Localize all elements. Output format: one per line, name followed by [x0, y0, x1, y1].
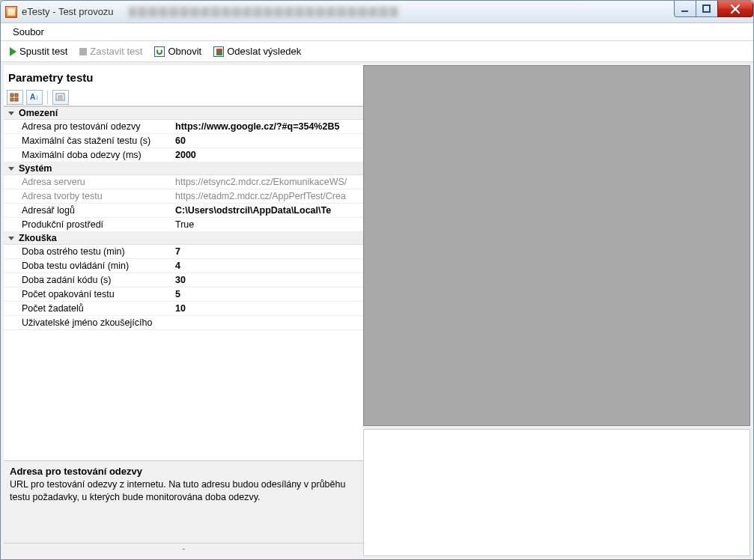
prop-pocet-opak[interactable]: Počet opakování testu 5 — [4, 287, 363, 302]
property-grid[interactable]: Omezení Adresa pro testování odezvy http… — [4, 106, 363, 460]
chevron-down-icon — [8, 167, 14, 171]
toolbar: Spustit test Zastavit test Obnovit Odesl… — [1, 41, 753, 62]
description-body: URL pro testování odezvy z internetu. Na… — [10, 478, 357, 504]
label: Produkční prostředí — [4, 218, 172, 231]
prop-adresa-tvorby[interactable]: Adresa tvorby testu https://etadm2.mdcr.… — [4, 189, 363, 204]
label: Počet opakování testu — [4, 287, 172, 301]
label: Doba ostrého testu (min) — [4, 245, 172, 258]
label: Adresa serveru — [4, 175, 172, 189]
prop-doba-ovladani[interactable]: Doba testu ovládání (min) 4 — [4, 259, 363, 273]
label: Doba zadání kódu (s) — [4, 273, 172, 287]
toolbar-separator — [47, 91, 48, 104]
label: Maximální čas stažení testu (s) — [4, 134, 172, 147]
prop-max-cas[interactable]: Maximální čas stažení testu (s) 60 — [4, 134, 363, 148]
menu-bar: Soubor — [1, 23, 753, 41]
label: Doba testu ovládání (min) — [4, 259, 172, 273]
start-test-button[interactable]: Spustit test — [5, 44, 72, 58]
value[interactable]: 5 — [172, 287, 363, 301]
label: Počet žadatelů — [4, 302, 172, 315]
refresh-label: Obnovit — [168, 46, 201, 57]
stop-test-button[interactable]: Zastavit test — [75, 44, 147, 58]
preview-area — [363, 65, 750, 426]
minimize-icon — [680, 4, 690, 14]
maximize-button[interactable] — [696, 1, 718, 17]
output-area — [363, 429, 750, 556]
status-bar: - — [4, 543, 363, 556]
svg-rect-3 — [15, 94, 18, 97]
prop-adresar-logu[interactable]: Adresář logů C:\Users\odstrcil\AppData\L… — [4, 204, 363, 218]
value: https://etsync2.mdcr.cz/EkomunikaceWS/ — [172, 175, 363, 189]
svg-rect-2 — [10, 94, 13, 97]
prop-uziv-jmeno[interactable]: Uživatelské jméno zkoušejícího — [4, 316, 363, 330]
svg-rect-4 — [10, 98, 13, 101]
value[interactable]: C:\Users\odstrcil\AppData\Local\Te — [172, 204, 363, 217]
svg-rect-5 — [15, 98, 18, 101]
window-title: eTesty - Test provozu — [22, 6, 114, 17]
value[interactable]: 30 — [172, 273, 363, 287]
chevron-down-icon — [8, 237, 14, 240]
refresh-button[interactable]: Obnovit — [150, 44, 206, 58]
minimize-button[interactable] — [674, 1, 696, 17]
left-pane: Parametry testu A↓ — [4, 65, 363, 556]
alphabetical-button[interactable]: A↓ — [26, 90, 43, 105]
value: https://etadm2.mdcr.cz/AppPerfTest/Crea — [172, 189, 363, 203]
app-window: eTesty - Test provozu Soubor Spustit tes… — [0, 0, 754, 560]
prop-adresa-odezvy[interactable]: Adresa pro testování odezvy https://www.… — [4, 120, 363, 134]
category-system-label: Systém — [19, 163, 52, 174]
right-pane — [363, 65, 750, 556]
background-blur — [129, 7, 398, 17]
prop-max-odezva[interactable]: Maximální doba odezvy (ms) 2000 — [4, 148, 363, 162]
label: Adresa tvorby testu — [4, 189, 172, 203]
category-zkouska[interactable]: Zkouška — [4, 232, 363, 245]
window-buttons — [675, 1, 753, 17]
category-omezeni[interactable]: Omezení — [4, 107, 363, 120]
start-test-label: Spustit test — [19, 46, 67, 57]
categorized-icon — [10, 93, 20, 102]
property-pages-button[interactable] — [52, 90, 69, 105]
stop-icon — [79, 48, 87, 55]
label: Adresa pro testování odezvy — [4, 120, 172, 133]
categorized-button[interactable] — [7, 90, 23, 105]
maximize-icon — [702, 4, 712, 14]
svg-rect-0 — [681, 10, 688, 12]
sort-az-icon: A↓ — [30, 93, 39, 101]
close-button[interactable] — [717, 1, 753, 17]
app-icon — [5, 6, 17, 18]
prop-produkcni[interactable]: Produkční prostředí True — [4, 218, 363, 232]
titlebar[interactable]: eTesty - Test provozu — [1, 1, 753, 23]
page-icon — [55, 93, 66, 102]
send-icon — [213, 46, 224, 57]
description-title: Adresa pro testování odezvy — [10, 466, 357, 477]
value[interactable] — [172, 316, 363, 329]
prop-pocet-zad[interactable]: Počet žadatelů 10 — [4, 302, 363, 316]
category-system[interactable]: Systém — [4, 162, 363, 175]
label: Adresář logů — [4, 204, 172, 217]
value[interactable]: 4 — [172, 259, 363, 273]
play-icon — [10, 47, 16, 56]
value[interactable]: 60 — [172, 134, 363, 147]
menu-file[interactable]: Soubor — [7, 25, 50, 39]
send-result-button[interactable]: Odeslat výsledek — [209, 44, 305, 58]
value[interactable]: 7 — [172, 245, 363, 258]
panel-title: Parametry testu — [4, 65, 363, 88]
value[interactable]: https://www.google.cz/?#q=354%2B5 — [172, 120, 363, 133]
property-description: Adresa pro testování odezvy URL pro test… — [4, 460, 363, 543]
label: Maximální doba odezvy (ms) — [4, 148, 172, 162]
svg-rect-1 — [703, 5, 710, 12]
client-area: Parametry testu A↓ — [1, 62, 753, 559]
prop-doba-kodu[interactable]: Doba zadání kódu (s) 30 — [4, 273, 363, 287]
value[interactable]: 2000 — [172, 148, 363, 162]
category-zkouska-label: Zkouška — [19, 233, 57, 243]
send-result-label: Odeslat výsledek — [227, 46, 301, 57]
chevron-down-icon — [8, 112, 14, 115]
value[interactable]: True — [172, 218, 363, 231]
refresh-icon — [154, 46, 165, 57]
propertygrid-toolbar: A↓ — [4, 88, 363, 106]
value[interactable]: 10 — [172, 302, 363, 315]
prop-adresa-serveru[interactable]: Adresa serveru https://etsync2.mdcr.cz/E… — [4, 175, 363, 189]
close-icon — [729, 2, 742, 16]
category-omezeni-label: Omezení — [19, 108, 58, 118]
label: Uživatelské jméno zkoušejícího — [4, 316, 172, 329]
prop-doba-ostreho[interactable]: Doba ostrého testu (min) 7 — [4, 245, 363, 259]
stop-test-label: Zastavit test — [90, 46, 142, 57]
